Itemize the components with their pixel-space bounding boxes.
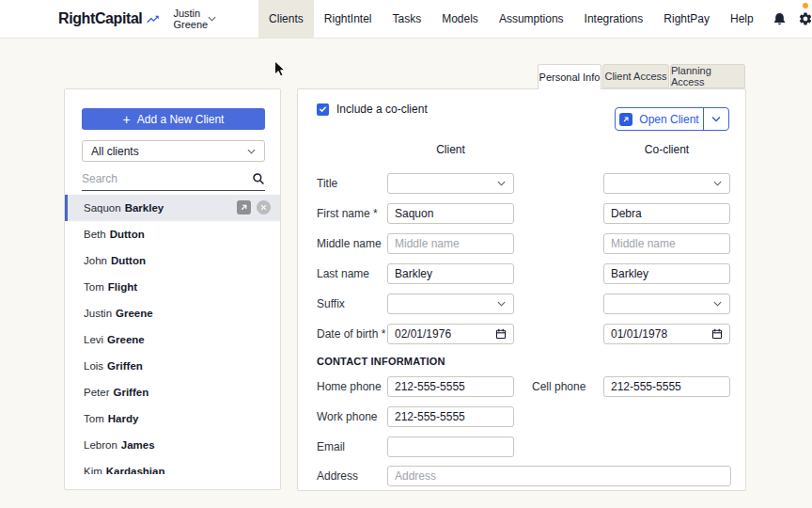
- address-label: Address: [317, 466, 358, 486]
- chevron-down-icon: [247, 149, 256, 154]
- nav-item-clients[interactable]: Clients: [258, 0, 314, 38]
- title-label: Title: [317, 173, 337, 194]
- client-first-name: Saquon: [84, 202, 121, 214]
- middle-name-label: Middle name: [317, 233, 382, 254]
- client-column-header: Client: [387, 143, 514, 156]
- title-select-client[interactable]: [387, 173, 514, 194]
- email-input[interactable]: [387, 437, 514, 457]
- client-last-name: Dutton: [110, 229, 145, 240]
- client-row-beth-dutton[interactable]: BethDutton: [65, 221, 280, 247]
- client-row-justin-greene[interactable]: JustinGreene: [65, 300, 280, 326]
- home-phone-label: Home phone: [317, 376, 382, 397]
- client-row-kim-kardashian[interactable]: KimKardashian: [65, 458, 280, 474]
- client-first-name: John: [84, 255, 107, 266]
- client-first-name: Beth: [84, 229, 106, 240]
- client-filter-value: All clients: [91, 145, 139, 158]
- suffix-label: Suffix: [317, 294, 345, 314]
- tab-planning-access[interactable]: Planning Access: [670, 64, 745, 88]
- client-first-name: Tom: [84, 413, 104, 424]
- client-last-name: Dutton: [111, 255, 146, 266]
- suffix-select-client[interactable]: [387, 294, 514, 314]
- client-first-name: Lebron: [84, 439, 117, 451]
- date-of-birth-input-co-client[interactable]: 01/01/1978: [603, 324, 730, 344]
- personal-info-panel: Include a co-client Open Client Client C…: [297, 88, 746, 491]
- rightcapital-logo[interactable]: RightCapital: [58, 10, 162, 27]
- work-phone-label: Work phone: [317, 406, 377, 427]
- nav-item-help[interactable]: Help: [720, 0, 764, 38]
- last-name-input-co-client[interactable]: [603, 263, 730, 284]
- client-filter-select[interactable]: All clients: [82, 140, 265, 162]
- client-row-tom-flight[interactable]: TomFlight: [65, 274, 280, 300]
- open-client-button[interactable]: Open Client: [616, 108, 703, 130]
- nav-item-rightpay[interactable]: RightPay: [653, 0, 720, 38]
- open-client-label: Open Client: [639, 113, 698, 126]
- nav-item-models[interactable]: Models: [431, 0, 489, 38]
- client-last-name: Barkley: [125, 202, 164, 214]
- client-last-name: Greene: [116, 308, 153, 319]
- client-row-lebron-james[interactable]: LebronJames: [65, 432, 280, 458]
- middle-name-input-co-client[interactable]: [603, 233, 730, 254]
- mouse-cursor: [273, 60, 286, 82]
- chevron-down-icon: [713, 181, 722, 186]
- chevron-down-icon: [208, 16, 216, 22]
- advisor-selector[interactable]: Justin Greene: [173, 8, 216, 30]
- client-first-name: Kim: [84, 466, 102, 474]
- address-input[interactable]: [387, 466, 731, 486]
- deselect-client-icon[interactable]: [257, 200, 271, 214]
- open-client-icon[interactable]: [237, 200, 251, 214]
- email-label: Email: [317, 437, 345, 457]
- client-last-name: Hardy: [108, 413, 139, 424]
- first-name-input-client[interactable]: [387, 203, 514, 224]
- search-icon[interactable]: [252, 172, 265, 185]
- nav-item-assumptions[interactable]: Assumptions: [489, 0, 574, 38]
- date-of-birth-input-client[interactable]: 02/01/1976: [387, 324, 514, 344]
- top-nav: RightCapital Justin Greene Clients Right…: [0, 0, 812, 39]
- open-client-dropdown-toggle[interactable]: [703, 108, 728, 130]
- client-first-name: Peter: [84, 387, 110, 398]
- include-co-client-checkbox[interactable]: [317, 103, 329, 116]
- date-of-birth-label: Date of birth *: [317, 324, 385, 344]
- date-value: 02/01/1976: [395, 327, 451, 341]
- logo-text: RightCapital: [58, 10, 142, 27]
- client-row-lois-griffen[interactable]: LoisGriffen: [65, 353, 280, 379]
- client-list: Saquon Barkley BethDutton JohnDutton Tom…: [65, 195, 280, 474]
- client-first-name: Tom: [84, 281, 104, 293]
- nav-item-integrations[interactable]: Integrations: [574, 0, 654, 38]
- contact-information-heading: CONTACT INFORMATION: [317, 356, 445, 367]
- add-new-client-button[interactable]: + Add a New Client: [82, 108, 265, 130]
- client-row-john-dutton[interactable]: JohnDutton: [65, 247, 280, 274]
- work-phone-input[interactable]: [387, 406, 514, 427]
- date-value: 01/01/1978: [611, 327, 667, 341]
- advisor-name: Justin Greene: [173, 8, 208, 30]
- first-name-label: First name *: [317, 203, 378, 224]
- tab-personal-info[interactable]: Personal Info: [538, 64, 601, 89]
- home-phone-input[interactable]: [387, 376, 514, 397]
- client-search-input[interactable]: [82, 172, 252, 185]
- nav-item-rightintel[interactable]: RightIntel: [314, 0, 383, 38]
- trending-up-icon: [144, 12, 162, 26]
- client-row-tom-hardy[interactable]: TomHardy: [65, 405, 280, 432]
- client-search: [82, 167, 265, 191]
- cell-phone-input[interactable]: [603, 376, 730, 397]
- last-name-input-client[interactable]: [387, 263, 514, 284]
- gear-icon[interactable]: [798, 11, 812, 26]
- bell-icon[interactable]: [773, 11, 787, 26]
- tab-client-access[interactable]: Client Access: [602, 64, 669, 88]
- client-last-name: Kardashian: [106, 466, 165, 474]
- plus-icon: +: [123, 113, 131, 126]
- client-first-name: Lois: [84, 360, 103, 372]
- suffix-select-co-client[interactable]: [603, 294, 730, 314]
- client-row-saquon-barkley[interactable]: Saquon Barkley: [65, 195, 280, 221]
- middle-name-input-client[interactable]: [387, 233, 514, 254]
- cell-phone-label: Cell phone: [532, 376, 586, 397]
- orange-indicator-dot: [803, 3, 808, 8]
- first-name-input-co-client[interactable]: [603, 203, 730, 224]
- title-select-co-client[interactable]: [603, 173, 730, 194]
- nav-item-tasks[interactable]: Tasks: [383, 0, 432, 38]
- client-row-levi-greene[interactable]: LeviGreene: [65, 326, 280, 353]
- client-row-peter-griffen[interactable]: PeterGriffen: [65, 379, 280, 405]
- include-co-client-row[interactable]: Include a co-client: [317, 103, 428, 116]
- client-first-name: Levi: [84, 334, 103, 345]
- calendar-icon: [495, 328, 507, 340]
- add-new-client-label: Add a New Client: [137, 113, 225, 126]
